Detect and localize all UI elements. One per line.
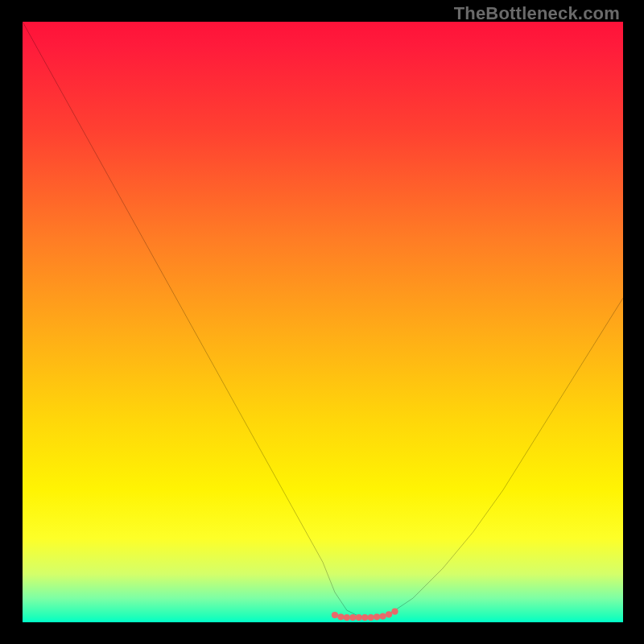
valley-marker	[356, 614, 362, 621]
valley-marker	[379, 613, 386, 619]
bottleneck-curve	[23, 22, 623, 622]
valley-marker	[332, 612, 338, 618]
valley-marker	[337, 613, 344, 620]
valley-marker	[386, 611, 392, 617]
valley-marker	[344, 614, 350, 621]
valley-marker	[368, 614, 374, 621]
chart-frame: TheBottleneck.com	[0, 0, 644, 644]
valley-marker	[361, 614, 368, 621]
plot-area	[23, 22, 623, 622]
valley-marker-group	[332, 608, 398, 621]
valley-marker	[391, 608, 398, 614]
valley-marker	[349, 614, 356, 621]
curve-path	[23, 22, 623, 617]
valley-marker	[374, 613, 380, 620]
